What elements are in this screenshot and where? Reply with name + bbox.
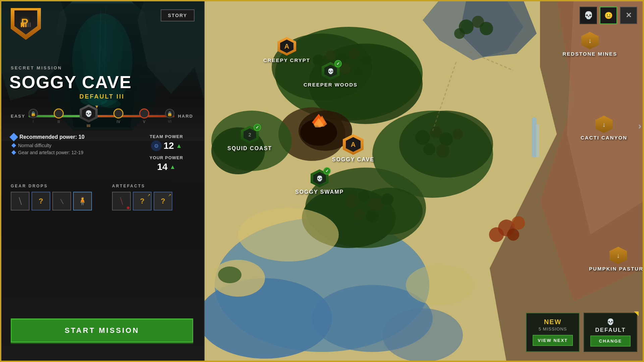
creeper-woods-location[interactable]: 💀 ✓ CREEPER WOODS	[304, 62, 358, 87]
start-mission-button[interactable]: START MISSION	[11, 318, 193, 343]
left-stats: Recommended power: 10 Normal difficulty …	[11, 134, 133, 172]
change-button[interactable]: CHANGE	[590, 336, 631, 347]
default-box: 💀 DEFAULT CHANGE	[584, 313, 637, 352]
creeper-woods-hex-inner: 💀	[324, 65, 337, 77]
soggy-swamp-location[interactable]: 💀 ✓ SOGGY SWAMP	[295, 169, 344, 195]
svg-rect-67	[536, 124, 539, 158]
team-power-value: ⚙ 12 ▲	[140, 140, 193, 151]
svg-rect-66	[532, 117, 537, 158]
squid-coast-label: SQUID COAST	[227, 145, 272, 152]
shield-bar-3	[25, 22, 26, 27]
svg-point-31	[348, 48, 359, 59]
artefact-2[interactable]: ? ↗	[133, 192, 152, 210]
default-skull-icon: 💀	[590, 318, 631, 325]
difficulty-section: DEFAULT III EASY 🔒 I	[11, 93, 193, 128]
svg-point-59	[436, 144, 449, 158]
diff-node-3-active[interactable]: 💀 ▼ III	[79, 105, 98, 128]
close-button[interactable]: ✕	[620, 7, 637, 24]
creeper-woods-check-badge: ✓	[334, 60, 342, 67]
default-title: DEFAULT	[590, 327, 631, 334]
bottom-right-ui: NEW 5 MISSIONS VIEW NEXT 💀 DEFAULT CHANG…	[526, 313, 637, 352]
artefacts-items: ╱ ? ↗ ? ↗	[112, 192, 172, 210]
diff-node-5[interactable]: V	[139, 109, 149, 124]
team-power-up-arrow: ▲	[176, 142, 182, 149]
unknown-artefact-1-icon: ?	[140, 197, 144, 205]
creepy-crypt-label: CREEPY CRYPT	[263, 57, 310, 63]
team-power-label: TEAM POWER	[140, 134, 193, 139]
difficulty-bar[interactable]: EASY 🔒 I	[11, 104, 193, 128]
svg-point-42	[238, 208, 339, 261]
stats-section: Recommended power: 10 Normal difficulty …	[11, 134, 193, 172]
svg-point-45	[218, 266, 241, 283]
svg-point-58	[423, 143, 435, 155]
svg-point-57	[452, 129, 463, 139]
recommended-power-text: Recommended power: 10	[19, 134, 85, 140]
svg-point-64	[354, 209, 364, 220]
difficulty-label: DEFAULT III	[11, 93, 193, 100]
skull-ui-button[interactable]: 💀	[580, 7, 597, 24]
diamond-small-2	[11, 150, 16, 155]
gear-power-text: Gear and artefact power: 12-19	[18, 150, 84, 155]
artefact-1[interactable]: ╱	[112, 192, 131, 210]
mission-name: SOGGY CAVE	[9, 72, 132, 92]
svg-point-65	[366, 209, 379, 223]
shield-bar-5	[30, 22, 31, 27]
character-ui-button[interactable]: 😐	[600, 7, 617, 24]
pumpkin-pasture-location[interactable]: ↓ PUMPKIN PASTURE	[589, 247, 644, 272]
shield-bar-4	[27, 22, 29, 27]
view-next-button[interactable]: VIEW NEXT	[533, 335, 573, 346]
gear-drop-3[interactable]: |	[52, 192, 71, 210]
diff-node-6[interactable]: 🔒 VI	[165, 109, 174, 123]
creepy-crypt-hex-inner: A	[280, 40, 293, 53]
gear-drop-1[interactable]: ╱	[11, 192, 30, 210]
shield-bar-1	[21, 22, 22, 27]
redstone-mines-hex: ↓	[581, 32, 599, 49]
easy-label: EASY	[11, 114, 25, 119]
svg-point-32	[360, 54, 372, 66]
your-power-number: 14	[157, 162, 168, 172]
svg-point-12	[382, 308, 463, 362]
svg-point-49	[507, 229, 519, 241]
diamond-icon	[9, 133, 18, 141]
creeper-woods-label: CREEPER WOODS	[304, 82, 358, 87]
your-power-label: YOUR POWER	[140, 155, 193, 160]
soggy-cave-label: SOGGY CAVE	[332, 157, 374, 163]
close-icon: ✕	[626, 11, 632, 20]
squid-coast-check-badge: ✓	[254, 124, 261, 131]
shield-progress-bar	[21, 22, 31, 27]
player-shield-badge: P	[11, 8, 41, 40]
soggy-cave-letter-icon: A	[351, 141, 356, 148]
unknown-artefact-2-icon: ?	[161, 197, 165, 205]
cacti-canyon-location[interactable]: ↓ CACTI CANYON	[581, 116, 627, 140]
diff-node-1[interactable]: 🔒 I	[29, 109, 38, 123]
svg-point-63	[381, 193, 393, 205]
story-button[interactable]: STORY	[161, 9, 195, 21]
svg-point-53	[454, 28, 465, 39]
svg-point-56	[439, 132, 453, 146]
soggy-swamp-check-badge: ✓	[323, 167, 331, 175]
hard-label: HARD	[178, 114, 193, 119]
creepy-crypt-hex: A	[277, 37, 296, 56]
squid-coast-location[interactable]: 2 ✓ SQUID COAST	[227, 126, 272, 152]
diff-node-2[interactable]: II	[54, 109, 64, 124]
gear-drop-4[interactable]: 🧍	[73, 192, 92, 210]
svg-point-48	[489, 227, 504, 242]
new-title: NEW	[533, 318, 573, 326]
artefacts-col: ARTEFACTS ╱ ? ↗ ? ↗	[112, 184, 172, 210]
creepy-crypt-location[interactable]: A CREEPY CRYPT	[263, 37, 310, 63]
artefact-3[interactable]: ? ↗	[154, 192, 172, 210]
unknown-gear-icon: ?	[39, 197, 43, 205]
gear-drop-2[interactable]: ?	[32, 192, 50, 210]
svg-point-43	[406, 265, 473, 305]
soggy-cave-hex: A	[343, 134, 364, 155]
soggy-cave-location[interactable]: A SOGGY CAVE	[332, 134, 374, 163]
drops-section: GEAR DROPS ╱ ? | 🧍 ARTEFACTS ╱	[11, 184, 193, 210]
normal-difficulty-row: Normal difficulty	[11, 143, 133, 148]
right-chevron-icon[interactable]: ›	[638, 121, 641, 131]
soggy-swamp-skull-icon: 💀	[316, 175, 323, 182]
creeper-woods-skull-icon: 💀	[327, 68, 334, 74]
diff-node-4[interactable]: IV	[113, 109, 123, 124]
your-power-up-arrow: ▲	[170, 164, 176, 171]
recommended-power-row: Recommended power: 10	[11, 134, 133, 140]
redstone-mines-location[interactable]: ↓ REDSTONE MINES	[562, 32, 617, 57]
